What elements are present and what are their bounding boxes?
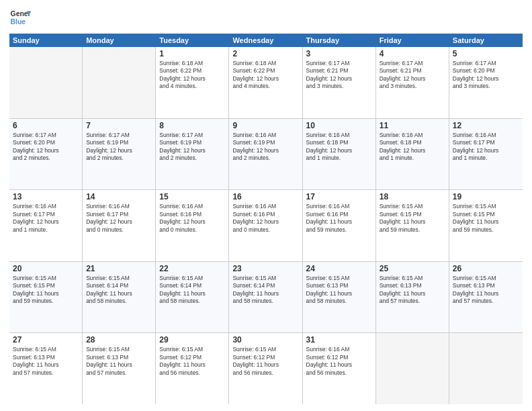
day-number: 17 [306, 192, 372, 201]
weekday-header-thursday: Thursday [303, 34, 376, 47]
day-info: Sunrise: 6:17 AM Sunset: 6:19 PM Dayligh… [86, 132, 152, 163]
day-info: Sunrise: 6:16 AM Sunset: 6:16 PM Dayligh… [232, 203, 298, 234]
day-info: Sunrise: 6:15 AM Sunset: 6:14 PM Dayligh… [232, 275, 298, 306]
svg-text:Blue: Blue [11, 18, 26, 26]
calendar-row-0: 1Sunrise: 6:18 AM Sunset: 6:22 PM Daylig… [9, 47, 523, 119]
day-info: Sunrise: 6:16 AM Sunset: 6:12 PM Dayligh… [306, 346, 372, 377]
day-cell-12: 12Sunrise: 6:16 AM Sunset: 6:17 PM Dayli… [449, 119, 523, 190]
day-cell-31: 31Sunrise: 6:16 AM Sunset: 6:12 PM Dayli… [303, 333, 376, 404]
day-number: 10 [306, 121, 372, 130]
calendar-row-4: 27Sunrise: 6:15 AM Sunset: 6:13 PM Dayli… [9, 333, 523, 404]
day-number: 31 [306, 335, 372, 345]
weekday-header-saturday: Saturday [449, 34, 523, 47]
empty-cell [9, 47, 83, 118]
day-info: Sunrise: 6:16 AM Sunset: 6:17 PM Dayligh… [86, 203, 152, 234]
day-info: Sunrise: 6:17 AM Sunset: 6:21 PM Dayligh… [306, 60, 372, 91]
calendar-body: 1Sunrise: 6:18 AM Sunset: 6:22 PM Daylig… [9, 47, 523, 404]
day-number: 20 [13, 264, 79, 273]
day-info: Sunrise: 6:15 AM Sunset: 6:13 PM Dayligh… [306, 275, 372, 306]
day-info: Sunrise: 6:17 AM Sunset: 6:19 PM Dayligh… [159, 132, 225, 163]
day-number: 9 [232, 121, 298, 130]
day-number: 16 [232, 192, 298, 201]
header: General Blue [9, 7, 523, 28]
logo-icon: General Blue [9, 7, 31, 28]
day-cell-10: 10Sunrise: 6:16 AM Sunset: 6:18 PM Dayli… [303, 119, 376, 190]
day-info: Sunrise: 6:15 AM Sunset: 6:12 PM Dayligh… [232, 346, 298, 377]
day-number: 23 [232, 264, 298, 273]
day-cell-11: 11Sunrise: 6:16 AM Sunset: 6:18 PM Dayli… [376, 119, 449, 190]
day-info: Sunrise: 6:16 AM Sunset: 6:17 PM Dayligh… [13, 203, 79, 234]
day-info: Sunrise: 6:15 AM Sunset: 6:14 PM Dayligh… [86, 275, 152, 306]
day-cell-13: 13Sunrise: 6:16 AM Sunset: 6:17 PM Dayli… [9, 190, 83, 261]
day-info: Sunrise: 6:16 AM Sunset: 6:16 PM Dayligh… [159, 203, 225, 234]
day-info: Sunrise: 6:15 AM Sunset: 6:14 PM Dayligh… [159, 275, 225, 306]
day-cell-14: 14Sunrise: 6:16 AM Sunset: 6:17 PM Dayli… [83, 190, 156, 261]
empty-cell [449, 333, 523, 404]
day-cell-1: 1Sunrise: 6:18 AM Sunset: 6:22 PM Daylig… [156, 47, 229, 118]
day-cell-19: 19Sunrise: 6:15 AM Sunset: 6:15 PM Dayli… [449, 190, 523, 261]
calendar-header: SundayMondayTuesdayWednesdayThursdayFrid… [9, 34, 523, 47]
day-cell-28: 28Sunrise: 6:15 AM Sunset: 6:13 PM Dayli… [83, 333, 156, 404]
day-number: 25 [380, 264, 445, 273]
day-number: 26 [453, 264, 519, 273]
day-cell-15: 15Sunrise: 6:16 AM Sunset: 6:16 PM Dayli… [156, 190, 229, 261]
day-number: 14 [86, 192, 152, 201]
day-cell-27: 27Sunrise: 6:15 AM Sunset: 6:13 PM Dayli… [9, 333, 83, 404]
day-number: 27 [13, 335, 79, 345]
day-number: 28 [86, 335, 152, 345]
day-cell-25: 25Sunrise: 6:15 AM Sunset: 6:13 PM Dayli… [376, 262, 449, 333]
calendar-row-2: 13Sunrise: 6:16 AM Sunset: 6:17 PM Dayli… [9, 190, 523, 262]
day-number: 5 [453, 49, 519, 58]
empty-cell [376, 333, 449, 404]
day-number: 15 [159, 192, 225, 201]
empty-cell [83, 47, 156, 118]
day-cell-23: 23Sunrise: 6:15 AM Sunset: 6:14 PM Dayli… [229, 262, 302, 333]
day-info: Sunrise: 6:16 AM Sunset: 6:19 PM Dayligh… [232, 132, 298, 163]
day-info: Sunrise: 6:16 AM Sunset: 6:18 PM Dayligh… [380, 132, 445, 163]
day-number: 13 [13, 192, 79, 201]
day-number: 18 [380, 192, 445, 201]
day-number: 19 [453, 192, 519, 201]
weekday-header-friday: Friday [376, 34, 449, 47]
day-cell-2: 2Sunrise: 6:18 AM Sunset: 6:22 PM Daylig… [229, 47, 302, 118]
day-cell-30: 30Sunrise: 6:15 AM Sunset: 6:12 PM Dayli… [229, 333, 302, 404]
calendar-row-3: 20Sunrise: 6:15 AM Sunset: 6:15 PM Dayli… [9, 262, 523, 334]
day-number: 30 [232, 335, 298, 345]
weekday-header-sunday: Sunday [9, 34, 83, 47]
day-info: Sunrise: 6:15 AM Sunset: 6:15 PM Dayligh… [380, 203, 445, 234]
day-info: Sunrise: 6:16 AM Sunset: 6:17 PM Dayligh… [453, 132, 519, 163]
day-info: Sunrise: 6:15 AM Sunset: 6:15 PM Dayligh… [453, 203, 519, 234]
day-number: 8 [159, 121, 225, 130]
day-number: 22 [159, 264, 225, 273]
day-cell-3: 3Sunrise: 6:17 AM Sunset: 6:21 PM Daylig… [303, 47, 376, 118]
logo: General Blue [9, 7, 31, 28]
calendar: SundayMondayTuesdayWednesdayThursdayFrid… [9, 34, 523, 404]
weekday-header-monday: Monday [83, 34, 156, 47]
day-number: 3 [306, 49, 372, 58]
day-cell-8: 8Sunrise: 6:17 AM Sunset: 6:19 PM Daylig… [156, 119, 229, 190]
day-cell-5: 5Sunrise: 6:17 AM Sunset: 6:20 PM Daylig… [449, 47, 523, 118]
day-info: Sunrise: 6:18 AM Sunset: 6:22 PM Dayligh… [159, 60, 225, 91]
day-cell-26: 26Sunrise: 6:15 AM Sunset: 6:13 PM Dayli… [449, 262, 523, 333]
day-info: Sunrise: 6:15 AM Sunset: 6:13 PM Dayligh… [453, 275, 519, 306]
day-number: 2 [232, 49, 298, 58]
day-info: Sunrise: 6:18 AM Sunset: 6:22 PM Dayligh… [232, 60, 298, 91]
calendar-row-1: 6Sunrise: 6:17 AM Sunset: 6:20 PM Daylig… [9, 119, 523, 191]
day-cell-9: 9Sunrise: 6:16 AM Sunset: 6:19 PM Daylig… [229, 119, 302, 190]
day-info: Sunrise: 6:15 AM Sunset: 6:12 PM Dayligh… [159, 346, 225, 377]
day-info: Sunrise: 6:16 AM Sunset: 6:18 PM Dayligh… [306, 132, 372, 163]
day-number: 11 [380, 121, 445, 130]
day-cell-20: 20Sunrise: 6:15 AM Sunset: 6:15 PM Dayli… [9, 262, 83, 333]
day-cell-17: 17Sunrise: 6:16 AM Sunset: 6:16 PM Dayli… [303, 190, 376, 261]
day-cell-18: 18Sunrise: 6:15 AM Sunset: 6:15 PM Dayli… [376, 190, 449, 261]
day-cell-16: 16Sunrise: 6:16 AM Sunset: 6:16 PM Dayli… [229, 190, 302, 261]
day-info: Sunrise: 6:16 AM Sunset: 6:16 PM Dayligh… [306, 203, 372, 234]
day-cell-24: 24Sunrise: 6:15 AM Sunset: 6:13 PM Dayli… [303, 262, 376, 333]
day-cell-6: 6Sunrise: 6:17 AM Sunset: 6:20 PM Daylig… [9, 119, 83, 190]
day-info: Sunrise: 6:15 AM Sunset: 6:13 PM Dayligh… [13, 346, 79, 377]
day-number: 24 [306, 264, 372, 273]
weekday-header-tuesday: Tuesday [156, 34, 229, 47]
day-cell-4: 4Sunrise: 6:17 AM Sunset: 6:21 PM Daylig… [376, 47, 449, 118]
day-number: 4 [380, 49, 445, 58]
day-number: 21 [86, 264, 152, 273]
